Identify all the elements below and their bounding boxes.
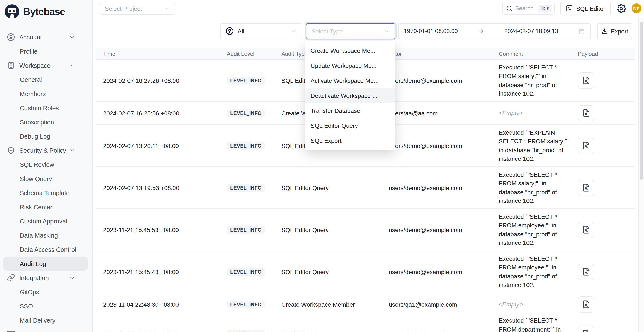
audit-level-cell: LEVEL_INFO [224,301,275,308]
actor-filter-select[interactable]: All [220,23,302,39]
type-option[interactable]: Deactivate Workspace ... [306,88,395,103]
audit-level-badge: LEVEL_INFO [227,301,265,308]
sidebar-item-archived[interactable]: Archived [0,327,92,332]
sidebar-item-label: Account [19,34,42,40]
payload-button[interactable] [578,326,594,332]
audit-level-badge: LEVEL_INFO [227,330,265,332]
actor-cell: users/demo@example.com [384,268,492,275]
sidebar-item-label: SSO [20,303,33,310]
audit-level-cell: LEVEL_INFO [224,109,275,117]
time-cell: 2023-11-04 21:26:24 +08:00 [96,330,224,332]
search-placeholder: Search [515,5,534,11]
calendar-icon [578,28,585,34]
date-range-picker[interactable]: 1970-01-01 08:00:00 2024-02-07 18:09:13 [398,23,591,39]
time-cell: 2023-11-21 15:45:53 +08:00 [96,226,224,233]
link-icon [7,274,15,282]
sidebar-item-account[interactable]: Account [0,30,92,44]
sidebar-item-debug-log[interactable]: Debug Log [0,129,92,143]
payload-button[interactable] [578,296,594,313]
bytebase-logo[interactable]: Bytebase [0,0,92,23]
sidebar-item-label: Workspace [19,62,50,69]
type-option[interactable]: Transfer Database [306,103,395,118]
comment-cell: Executed `"SELECT * FROM employee;"` in … [492,254,572,289]
type-option[interactable]: Update Workspace Me... [306,58,395,73]
sidebar-item-general[interactable]: General [0,72,92,87]
chevron-down-icon [69,147,75,153]
audit-level-badge: LEVEL_INFO [227,268,265,276]
sidebar-item-security-policy[interactable]: Security & Policy [0,143,92,158]
sidebar-item-gitops[interactable]: GitOps [0,285,92,299]
sidebar-item-schema-template[interactable]: Schema Template [0,186,92,200]
payload-cell [572,105,634,121]
audit-level-cell: LEVEL_INFO [224,268,275,276]
file-search-icon [582,300,590,308]
project-select[interactable]: Select Project [100,2,175,14]
date-to-value: 2024-02-07 18:09:13 [504,28,558,34]
sidebar-item-custom-approval[interactable]: Custom Approval [0,214,92,228]
brand-name: Bytebase [23,6,65,17]
search-input[interactable]: Search ⌘ K [502,2,555,14]
bytebase-logo-icon [5,4,19,19]
sidebar-item-sql-review[interactable]: SQL Review [0,158,92,171]
comment-cell: <Empty> [492,300,572,309]
type-filter-placeholder: Select Type [312,28,343,34]
sidebar: Bytebase AccountProfileWorkspaceGeneralM… [0,0,93,332]
audit-type-cell: SQL Editor Query [275,330,384,332]
sidebar-item-data-masking[interactable]: Data Masking [0,228,92,242]
file-search-icon [582,76,590,85]
topbar: Select Project Search ⌘ K SQL Editor DE [93,0,644,17]
type-option[interactable]: SQL Export [306,133,395,148]
sidebar-item-integration[interactable]: Integration [0,271,92,285]
comment-cell: Executed `"SELECT * FROM employee;"` in … [492,212,572,247]
sidebar-item-audit-log[interactable]: Audit Log [4,257,88,271]
comment-text: <Empty> [499,109,572,118]
sidebar-item-risk-center[interactable]: Risk Center [0,200,92,214]
sidebar-item-label: Slow Query [20,175,52,182]
scrollbar-track [638,17,644,332]
sidebar-item-label: Schema Template [20,189,70,196]
file-search-icon [582,226,590,234]
type-option[interactable]: Create Workspace Me... [306,43,395,58]
sidebar-item-profile[interactable]: Profile [0,44,92,58]
time-cell: 2024-02-07 16:25:56 +08:00 [96,110,224,117]
sidebar-item-mail-delivery[interactable]: Mail Delivery [0,313,92,327]
scrollbar-thumb[interactable] [640,22,643,180]
gear-icon[interactable] [616,4,626,13]
actor-cell: users/aa@aa.com [384,110,492,117]
sidebar-item-slow-query[interactable]: Slow Query [0,171,92,186]
actor-cell: users/demo@example.com [384,142,492,149]
sidebar-item-workspace[interactable]: Workspace [0,58,92,72]
type-filter-select[interactable]: Select Type [306,23,395,39]
sql-editor-button[interactable]: SQL Editor [560,1,611,15]
download-icon [602,28,608,34]
sidebar-item-label: Members [20,90,46,97]
search-shortcut-kbd: ⌘ K [538,4,552,12]
sidebar-item-label: Subscription [20,119,54,126]
payload-cell [572,138,634,154]
payload-button[interactable] [578,138,594,154]
export-button[interactable]: Export [597,23,632,39]
audit-level-cell: LEVEL_INFO [224,226,275,234]
payload-button[interactable] [578,105,594,121]
payload-cell [572,264,634,280]
archive-icon [7,330,15,332]
payload-button[interactable] [578,264,594,280]
payload-button[interactable] [578,222,594,238]
sidebar-item-subscription[interactable]: Subscription [0,115,92,129]
chevron-down-icon [164,5,170,11]
chevron-down-icon [69,34,75,40]
sidebar-item-label: General [20,76,42,83]
sidebar-item-label: Risk Center [20,203,52,210]
sidebar-item-sso[interactable]: SSO [0,299,92,313]
avatar[interactable]: DE [632,3,642,13]
type-option[interactable]: Activate Workspace Me... [306,73,395,88]
sidebar-item-custom-roles[interactable]: Custom Roles [0,101,92,115]
sidebar-item-members[interactable]: Members [0,87,92,101]
sidebar-item-data-access-control[interactable]: Data Access Control [0,242,92,257]
payload-button[interactable] [578,179,594,196]
file-search-icon [582,268,590,276]
audit-level-badge: LEVEL_INFO [227,109,265,117]
payload-button[interactable] [578,72,594,89]
type-option[interactable]: SQL Editor Query [306,118,395,133]
chevron-down-icon [384,28,390,34]
